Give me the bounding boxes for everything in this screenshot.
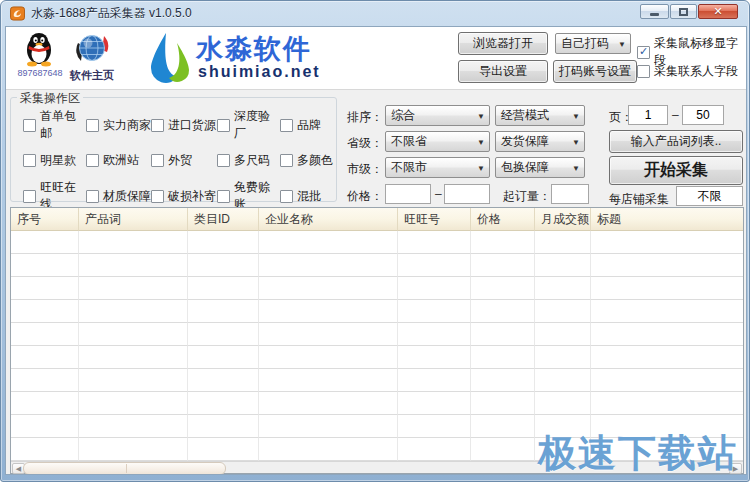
filter-checkbox[interactable]: 明星款 bbox=[23, 152, 86, 169]
start-collect-button[interactable]: 开始采集 bbox=[609, 156, 743, 185]
city-select[interactable]: 不限市▼ bbox=[385, 157, 490, 178]
captcha-mode-value: 自己打码 bbox=[561, 35, 609, 52]
table-row bbox=[11, 231, 743, 254]
minimize-button[interactable] bbox=[640, 4, 669, 19]
table-body[interactable] bbox=[11, 231, 743, 461]
filter-checkbox[interactable]: 多尺码 bbox=[217, 152, 280, 169]
brand-site: shuimiao.net bbox=[198, 63, 321, 81]
export-settings-button[interactable]: 导出设置 bbox=[458, 60, 548, 83]
filter-checkbox[interactable]: 外贸 bbox=[151, 152, 217, 169]
table-cell bbox=[259, 277, 398, 300]
table-cell bbox=[591, 438, 743, 461]
captcha-account-settings-button[interactable]: 打码账号设置 bbox=[553, 60, 637, 83]
table-cell bbox=[398, 346, 471, 369]
table-cell bbox=[535, 415, 591, 438]
column-header-company[interactable]: 企业名称 bbox=[259, 208, 398, 231]
price-to-input[interactable] bbox=[444, 184, 490, 204]
header-band: 897687648 软件主页 水淼软件 shuimiao.net 浏览器打开 bbox=[6, 27, 747, 90]
checkbox-icon bbox=[280, 119, 293, 132]
shipping-guarantee-select[interactable]: 发货保障▼ bbox=[495, 131, 585, 152]
scroll-right-arrow-icon[interactable]: ▶ bbox=[729, 463, 742, 474]
business-mode-select[interactable]: 经营模式▼ bbox=[495, 105, 585, 126]
horizontal-scrollbar[interactable]: ◀ ▶ bbox=[11, 461, 743, 473]
window-title: 水淼-1688产品采集器 v1.0.5.0 bbox=[31, 5, 192, 22]
table-cell bbox=[591, 323, 743, 346]
table-cell bbox=[259, 346, 398, 369]
column-header-price[interactable]: 价格 bbox=[471, 208, 535, 231]
table-cell bbox=[188, 392, 259, 415]
qq-icon[interactable] bbox=[21, 30, 57, 67]
table-cell bbox=[591, 300, 743, 323]
price-from-input[interactable] bbox=[385, 184, 431, 204]
table-cell bbox=[471, 346, 535, 369]
price-label: 价格： bbox=[347, 188, 383, 205]
table-cell bbox=[188, 346, 259, 369]
table-cell bbox=[471, 438, 535, 461]
column-header-wangwang[interactable]: 旺旺号 bbox=[398, 208, 471, 231]
filter-label: 欧洲站 bbox=[103, 152, 139, 169]
table-cell bbox=[535, 254, 591, 277]
app-icon bbox=[10, 6, 25, 21]
checkbox-icon bbox=[151, 154, 164, 167]
city-label: 市级： bbox=[347, 161, 383, 178]
table-cell bbox=[471, 369, 535, 392]
table-cell bbox=[471, 231, 535, 254]
table-cell bbox=[11, 415, 79, 438]
table-cell bbox=[535, 277, 591, 300]
moq-input[interactable] bbox=[551, 184, 589, 204]
input-product-words-button[interactable]: 输入产品词列表.. bbox=[609, 130, 743, 153]
filter-checkbox[interactable]: 实力商家 bbox=[86, 108, 151, 142]
table-row bbox=[11, 438, 743, 461]
collect-contact-checkbox[interactable]: 采集联系人字段 bbox=[637, 63, 738, 80]
table-cell bbox=[591, 346, 743, 369]
checkbox-icon bbox=[86, 190, 99, 203]
column-header-product-word[interactable]: 产品词 bbox=[79, 208, 188, 231]
table-cell bbox=[188, 254, 259, 277]
table-cell bbox=[188, 300, 259, 323]
page-from-input[interactable] bbox=[628, 105, 668, 125]
open-browser-button[interactable]: 浏览器打开 bbox=[458, 32, 548, 55]
table-cell bbox=[591, 369, 743, 392]
homepage-globe-icon[interactable] bbox=[74, 30, 110, 66]
table-cell bbox=[79, 392, 188, 415]
business-mode-value: 经营模式 bbox=[501, 107, 549, 124]
filter-checkbox[interactable]: 进口货源 bbox=[151, 108, 217, 142]
captcha-mode-select[interactable]: 自己打码 ▼ bbox=[555, 33, 631, 54]
table-cell bbox=[535, 323, 591, 346]
checkbox-icon bbox=[23, 154, 36, 167]
province-select[interactable]: 不限省▼ bbox=[385, 131, 490, 152]
maximize-button[interactable] bbox=[670, 4, 697, 19]
filter-checkbox[interactable]: 首单包邮 bbox=[23, 108, 86, 142]
close-button[interactable]: ✕ bbox=[698, 4, 738, 19]
exchange-guarantee-select[interactable]: 包换保障▼ bbox=[495, 157, 585, 178]
table-cell bbox=[398, 323, 471, 346]
scrollbar-thumb[interactable] bbox=[23, 462, 226, 475]
filter-label: 材质保障 bbox=[103, 188, 151, 205]
table-cell bbox=[259, 415, 398, 438]
homepage-link[interactable]: 软件主页 bbox=[66, 68, 118, 83]
filter-checkbox[interactable]: 欧洲站 bbox=[86, 152, 151, 169]
filter-label: 进口货源 bbox=[168, 117, 216, 134]
table-cell bbox=[188, 323, 259, 346]
column-header-category-id[interactable]: 类目ID bbox=[188, 208, 259, 231]
chevron-down-icon: ▼ bbox=[477, 137, 485, 146]
column-header-index[interactable]: 序号 bbox=[11, 208, 79, 231]
title-bar[interactable]: 水淼-1688产品采集器 v1.0.5.0 ✕ bbox=[1, 1, 749, 26]
table-row bbox=[11, 415, 743, 438]
filter-checkbox[interactable]: 品牌 bbox=[280, 108, 333, 142]
exchange-guarantee-value: 包换保障 bbox=[501, 159, 549, 176]
column-header-monthly-volume[interactable]: 月成交额 bbox=[535, 208, 591, 231]
table-row bbox=[11, 369, 743, 392]
table-cell bbox=[79, 254, 188, 277]
table-cell bbox=[591, 415, 743, 438]
sort-select[interactable]: 综合▼ bbox=[385, 105, 490, 126]
filter-checkbox[interactable]: 深度验厂 bbox=[217, 108, 280, 142]
per-shop-input[interactable] bbox=[676, 186, 743, 206]
table-row bbox=[11, 346, 743, 369]
table-cell bbox=[11, 346, 79, 369]
page-to-input[interactable] bbox=[682, 105, 724, 125]
filter-checkbox[interactable]: 多颜色 bbox=[280, 152, 333, 169]
column-header-title[interactable]: 标题 bbox=[591, 208, 743, 231]
table-cell bbox=[79, 231, 188, 254]
table-cell bbox=[79, 346, 188, 369]
